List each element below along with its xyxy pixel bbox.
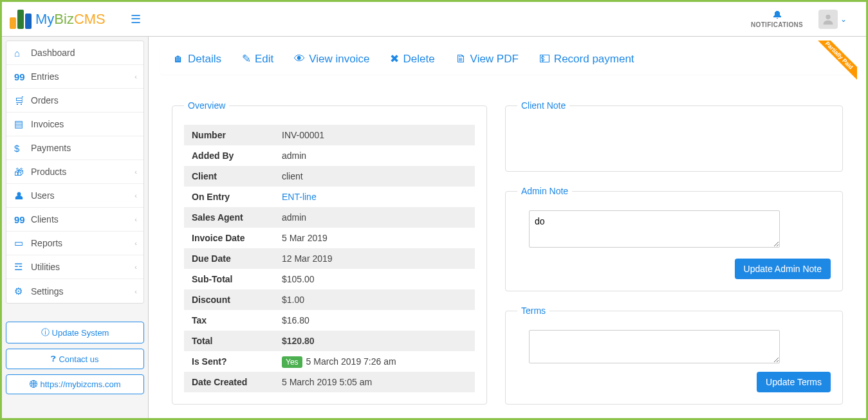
- client-note-content: [517, 125, 831, 160]
- overview-row: Is Sent?Yes5 March 2019 7:26 am: [184, 351, 475, 372]
- sidebar-item-reports[interactable]: ▭ Reports ‹: [6, 232, 143, 255]
- book-icon: ▭: [14, 237, 31, 249]
- avatar: [818, 10, 838, 29]
- svg-point-0: [826, 14, 830, 19]
- overview-row: Date Created5 March 2019 5:05 am: [184, 372, 475, 392]
- status-ribbon: Partially Paid: [816, 41, 857, 82]
- client-note-panel: Client Note: [505, 100, 843, 172]
- overview-row-label: Client: [184, 166, 274, 187]
- contact-us-button[interactable]: ❓︎Contact us: [6, 349, 144, 369]
- overview-row-value: admin: [274, 207, 475, 228]
- overview-row-value: 12 Mar 2019: [274, 248, 475, 269]
- chevron-left-icon: ‹: [134, 288, 137, 295]
- pencil-icon: ✎: [242, 52, 251, 66]
- entries-icon: 99: [14, 71, 31, 82]
- sidebar-item-users[interactable]: 👤︎ Users ‹: [6, 184, 143, 208]
- sidebar-item-dashboard[interactable]: ⌂ Dashboard: [6, 41, 143, 65]
- sidebar-item-label: Settings: [31, 286, 64, 297]
- overview-row-label: Discount: [184, 289, 274, 310]
- clients-icon: 99: [14, 214, 31, 225]
- overview-row-value: $1.00: [274, 289, 475, 310]
- sidebar-item-label: Users: [31, 190, 55, 201]
- sidebar-item-label: Products: [31, 167, 66, 177]
- overview-row-label: Date Created: [184, 372, 274, 392]
- chevron-left-icon: ‹: [134, 73, 137, 80]
- site-link-button[interactable]: 🌐︎https://mybizcms.com: [6, 374, 144, 394]
- overview-panel: Overview NumberINV-00001Added ByadminCli…: [172, 100, 487, 405]
- cart-icon: 🛒︎: [14, 95, 31, 106]
- overview-row: NumberINV-00001: [184, 125, 475, 145]
- sidebar-item-payments[interactable]: $ Payments: [6, 136, 143, 160]
- gift-icon: 🎁︎: [14, 167, 31, 178]
- admin-note-textarea[interactable]: [529, 210, 780, 248]
- notifications-button[interactable]: 🔔︎ NOTIFICATIONS: [751, 10, 803, 28]
- chevron-down-icon: ⌄: [840, 15, 847, 24]
- sidebar-item-label: Payments: [31, 143, 71, 153]
- gear-icon: ⚙: [14, 286, 31, 297]
- user-menu[interactable]: ⌄: [818, 10, 847, 29]
- globe-icon: 🌐︎: [30, 379, 38, 389]
- sidebar-item-entries[interactable]: 99 Entries ‹: [6, 65, 143, 89]
- home-icon: 🏠︎: [173, 53, 184, 66]
- logo-bars-icon: [10, 10, 32, 29]
- overview-row-value[interactable]: ENT-line: [274, 187, 475, 207]
- info-icon: ⓘ: [41, 327, 50, 338]
- list-icon: ☲: [14, 261, 31, 273]
- sidebar-item-label: Entries: [31, 71, 59, 82]
- user-icon: 👤︎: [14, 190, 31, 201]
- sidebar-item-invoices[interactable]: ▤ Invoices: [6, 113, 143, 136]
- overview-row-value: client: [274, 166, 475, 187]
- help-icon: ❓︎: [51, 354, 56, 364]
- home-icon: ⌂: [14, 48, 31, 59]
- chevron-left-icon: ‹: [134, 263, 137, 271]
- overview-row-value: $16.80: [274, 310, 475, 331]
- overview-row-label: Invoice Date: [184, 228, 274, 248]
- sidebar-item-products[interactable]: 🎁︎ Products ‹: [6, 160, 143, 184]
- client-note-title: Client Note: [517, 100, 569, 111]
- chevron-left-icon: ‹: [134, 239, 137, 247]
- menu-toggle-icon[interactable]: ☰: [131, 12, 141, 26]
- update-terms-button[interactable]: Update Terms: [757, 372, 831, 392]
- overview-row: Added Byadmin: [184, 145, 475, 166]
- sidebar-item-label: Invoices: [31, 119, 64, 129]
- overview-row: Total$120.80: [184, 331, 475, 351]
- overview-row: Tax$16.80: [184, 310, 475, 331]
- overview-row: Invoice Date5 Mar 2019: [184, 228, 475, 248]
- view-pdf-action[interactable]: 🗎View PDF: [456, 52, 519, 66]
- terms-textarea[interactable]: [529, 330, 780, 363]
- close-icon: ✖: [390, 52, 399, 66]
- overview-row-label: On Entry: [184, 187, 274, 207]
- terms-title: Terms: [517, 306, 549, 316]
- sidebar-item-clients[interactable]: 99 Clients ‹: [6, 208, 143, 232]
- delete-action[interactable]: ✖Delete: [390, 52, 434, 66]
- overview-row-value: Yes5 March 2019 7:26 am: [274, 351, 475, 372]
- overview-table: NumberINV-00001Added ByadminClientclient…: [184, 125, 475, 392]
- overview-row-label: Due Date: [184, 248, 274, 269]
- overview-row-value: 5 Mar 2019: [274, 228, 475, 248]
- overview-row-value: 5 March 2019 5:05 am: [274, 372, 475, 392]
- overview-row-value: $120.80: [274, 331, 475, 351]
- pdf-icon: 🗎: [456, 53, 466, 66]
- admin-note-panel: Admin Note Update Admin Note: [505, 186, 843, 291]
- edit-action[interactable]: ✎Edit: [242, 52, 273, 66]
- overview-row-label: Total: [184, 331, 274, 351]
- record-payment-action[interactable]: 💵︎Record payment: [539, 52, 634, 66]
- overview-row: Discount$1.00: [184, 289, 475, 310]
- view-invoice-action[interactable]: 👁View invoice: [294, 52, 369, 66]
- sidebar-item-utilities[interactable]: ☲ Utilities ‹: [6, 255, 143, 279]
- sidebar-item-label: Clients: [31, 214, 59, 224]
- sidebar-item-label: Reports: [31, 238, 62, 248]
- sidebar-item-orders[interactable]: 🛒︎ Orders: [6, 89, 143, 113]
- update-admin-note-button[interactable]: Update Admin Note: [735, 259, 831, 279]
- overview-row: Sales Agentadmin: [184, 207, 475, 228]
- details-action[interactable]: 🏠︎Details: [173, 52, 221, 66]
- sidebar: ⌂ Dashboard 99 Entries ‹ 🛒︎ Orders ▤ Inv…: [2, 37, 149, 418]
- brand-logo[interactable]: MyBizCMS: [10, 10, 106, 29]
- overview-row-label: Tax: [184, 310, 274, 331]
- update-system-button[interactable]: ⓘUpdate System: [6, 322, 144, 343]
- logo-area: MyBizCMS ☰: [2, 2, 149, 37]
- chevron-left-icon: ‹: [134, 168, 137, 176]
- chevron-left-icon: ‹: [134, 215, 137, 223]
- sidebar-item-settings[interactable]: ⚙ Settings ‹: [6, 279, 143, 303]
- sidebar-item-label: Orders: [31, 95, 59, 105]
